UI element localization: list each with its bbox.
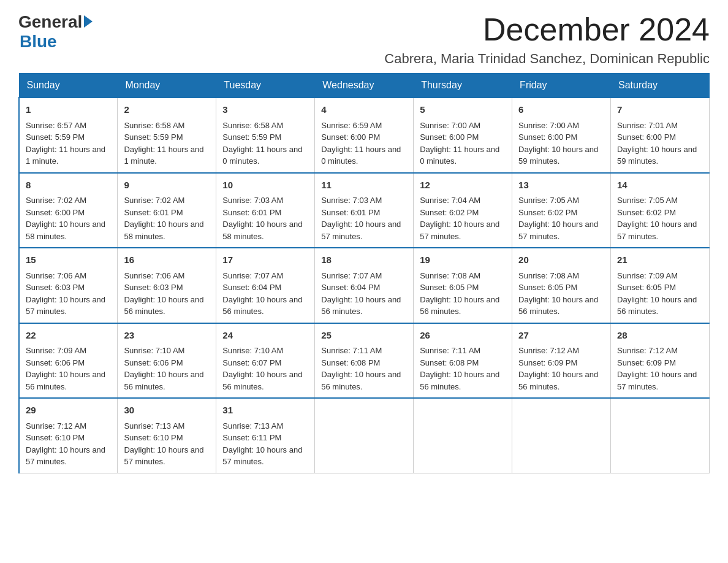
page-header: General Blue December 2024 Cabrera, Mari…: [18, 12, 710, 67]
sunset-text: Sunset: 6:04 PM: [321, 283, 380, 292]
calendar-cell: 15 Sunrise: 7:06 AM Sunset: 6:03 PM Dayl…: [19, 248, 118, 323]
sunrise-text: Sunrise: 6:59 AM: [321, 121, 382, 130]
sunrise-text: Sunrise: 6:58 AM: [222, 121, 283, 130]
calendar-week-1: 1 Sunrise: 6:57 AM Sunset: 5:59 PM Dayli…: [19, 98, 710, 173]
sunrise-text: Sunrise: 7:01 AM: [617, 121, 678, 130]
sunset-text: Sunset: 6:00 PM: [617, 132, 676, 142]
calendar-cell: 22 Sunrise: 7:09 AM Sunset: 6:06 PM Dayl…: [19, 323, 118, 399]
sunset-text: Sunset: 6:11 PM: [222, 433, 281, 442]
calendar-cell: 24 Sunrise: 7:10 AM Sunset: 6:07 PM Dayl…: [216, 323, 315, 399]
sunset-text: Sunset: 6:10 PM: [124, 433, 183, 442]
day-number: 7: [617, 103, 703, 117]
sunset-text: Sunset: 5:59 PM: [124, 132, 183, 142]
sunrise-text: Sunrise: 7:08 AM: [420, 271, 480, 280]
daylight-text: Daylight: 10 hours and 58 minutes.: [222, 220, 302, 241]
calendar-cell: 7 Sunrise: 7:01 AM Sunset: 6:00 PM Dayli…: [611, 98, 710, 173]
title-section: December 2024 Cabrera, Maria Trinidad Sa…: [384, 12, 710, 67]
daylight-text: Daylight: 11 hours and 0 minutes.: [222, 145, 302, 166]
day-number: 29: [26, 404, 111, 418]
logo-arrow-icon: [84, 15, 93, 28]
daylight-text: Daylight: 10 hours and 56 minutes.: [420, 295, 499, 316]
day-header-wednesday: Wednesday: [315, 74, 414, 98]
sunset-text: Sunset: 6:08 PM: [321, 358, 380, 367]
daylight-text: Daylight: 10 hours and 58 minutes.: [26, 220, 105, 241]
calendar-cell: 13 Sunrise: 7:05 AM Sunset: 6:02 PM Dayl…: [512, 173, 611, 248]
daylight-text: Daylight: 10 hours and 57 minutes.: [617, 220, 697, 241]
daylight-text: Daylight: 10 hours and 57 minutes.: [26, 445, 105, 467]
sunset-text: Sunset: 6:05 PM: [518, 283, 577, 292]
sunrise-text: Sunrise: 7:11 AM: [321, 346, 382, 355]
calendar-cell: [315, 398, 414, 473]
day-number: 30: [124, 404, 210, 418]
daylight-text: Daylight: 10 hours and 57 minutes.: [124, 445, 203, 467]
sunrise-text: Sunrise: 7:00 AM: [518, 121, 579, 130]
sunset-text: Sunset: 6:05 PM: [420, 283, 479, 292]
daylight-text: Daylight: 10 hours and 56 minutes.: [222, 370, 302, 391]
day-number: 21: [617, 253, 703, 267]
sunrise-text: Sunrise: 7:09 AM: [26, 346, 86, 355]
sunrise-text: Sunrise: 7:04 AM: [420, 196, 480, 205]
day-number: 10: [222, 178, 308, 193]
sunrise-text: Sunrise: 7:06 AM: [26, 271, 86, 280]
sunset-text: Sunset: 5:59 PM: [26, 132, 85, 142]
calendar-cell: [611, 398, 710, 473]
daylight-text: Daylight: 10 hours and 59 minutes.: [617, 145, 697, 166]
sunset-text: Sunset: 6:09 PM: [518, 358, 577, 367]
sunrise-text: Sunrise: 7:07 AM: [222, 271, 283, 280]
calendar-week-4: 22 Sunrise: 7:09 AM Sunset: 6:06 PM Dayl…: [19, 323, 710, 399]
day-number: 17: [222, 253, 308, 267]
sunrise-text: Sunrise: 7:12 AM: [617, 346, 678, 355]
sunrise-text: Sunrise: 7:13 AM: [222, 421, 283, 431]
day-header-friday: Friday: [512, 74, 611, 98]
day-number: 11: [321, 178, 407, 193]
daylight-text: Daylight: 10 hours and 56 minutes.: [321, 295, 401, 316]
calendar-cell: 21 Sunrise: 7:09 AM Sunset: 6:05 PM Dayl…: [611, 248, 710, 323]
day-number: 28: [617, 329, 703, 343]
calendar-cell: 20 Sunrise: 7:08 AM Sunset: 6:05 PM Dayl…: [512, 248, 611, 323]
calendar-cell: 3 Sunrise: 6:58 AM Sunset: 5:59 PM Dayli…: [216, 98, 315, 173]
sunrise-text: Sunrise: 7:10 AM: [124, 346, 184, 355]
sunrise-text: Sunrise: 7:12 AM: [26, 421, 86, 431]
sunrise-text: Sunrise: 7:03 AM: [222, 196, 283, 205]
sunset-text: Sunset: 6:04 PM: [222, 283, 281, 292]
day-number: 27: [518, 329, 604, 343]
day-number: 15: [26, 253, 111, 267]
sunrise-text: Sunrise: 7:06 AM: [124, 271, 184, 280]
daylight-text: Daylight: 10 hours and 56 minutes.: [518, 295, 598, 316]
day-number: 23: [124, 329, 210, 343]
logo-general-text: General: [18, 12, 82, 32]
daylight-text: Daylight: 10 hours and 57 minutes.: [222, 445, 302, 467]
sunrise-text: Sunrise: 7:08 AM: [518, 271, 579, 280]
sunset-text: Sunset: 6:05 PM: [617, 283, 676, 292]
day-number: 31: [222, 404, 308, 418]
daylight-text: Daylight: 10 hours and 57 minutes.: [617, 370, 697, 391]
calendar-cell: [512, 398, 611, 473]
daylight-text: Daylight: 10 hours and 56 minutes.: [420, 370, 499, 391]
day-number: 13: [518, 178, 604, 193]
calendar-cell: 9 Sunrise: 7:02 AM Sunset: 6:01 PM Dayli…: [118, 173, 216, 248]
calendar-header-row: SundayMondayTuesdayWednesdayThursdayFrid…: [19, 74, 710, 98]
day-number: 22: [26, 329, 111, 343]
sunset-text: Sunset: 6:00 PM: [321, 132, 380, 142]
daylight-text: Daylight: 10 hours and 56 minutes.: [617, 295, 697, 316]
day-number: 25: [321, 329, 407, 343]
day-number: 8: [26, 178, 111, 193]
sunrise-text: Sunrise: 7:09 AM: [617, 271, 678, 280]
sunset-text: Sunset: 6:02 PM: [420, 208, 479, 217]
day-header-sunday: Sunday: [19, 74, 118, 98]
daylight-text: Daylight: 10 hours and 56 minutes.: [321, 370, 401, 391]
calendar-table: SundayMondayTuesdayWednesdayThursdayFrid…: [18, 73, 710, 473]
sunrise-text: Sunrise: 7:11 AM: [420, 346, 480, 355]
day-header-monday: Monday: [118, 74, 216, 98]
day-number: 19: [420, 253, 506, 267]
calendar-cell: 14 Sunrise: 7:05 AM Sunset: 6:02 PM Dayl…: [611, 173, 710, 248]
day-number: 24: [222, 329, 308, 343]
sunset-text: Sunset: 6:00 PM: [518, 132, 577, 142]
daylight-text: Daylight: 11 hours and 1 minute.: [26, 145, 105, 166]
day-number: 9: [124, 178, 210, 193]
day-number: 2: [124, 103, 210, 117]
calendar-week-2: 8 Sunrise: 7:02 AM Sunset: 6:00 PM Dayli…: [19, 173, 710, 248]
calendar-cell: 6 Sunrise: 7:00 AM Sunset: 6:00 PM Dayli…: [512, 98, 611, 173]
sunset-text: Sunset: 6:01 PM: [124, 208, 183, 217]
calendar-cell: 10 Sunrise: 7:03 AM Sunset: 6:01 PM Dayl…: [216, 173, 315, 248]
